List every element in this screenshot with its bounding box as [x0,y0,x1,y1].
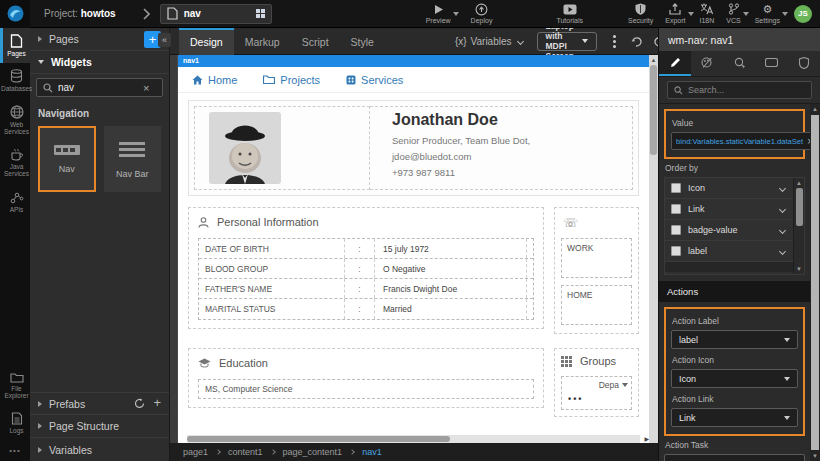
chevron-down-icon[interactable] [779,226,786,233]
page-selector[interactable]: nav [160,4,272,24]
variables-button[interactable]: {x} Variables [455,36,527,47]
pages-section-header[interactable]: Pages + [30,28,169,51]
undo-button[interactable] [630,36,643,47]
breadcrumb-item-current[interactable]: nav1 [362,447,382,457]
prefabs-section-header[interactable]: Prefabs + [30,392,169,415]
scroll-thumb[interactable] [796,188,803,226]
settings-button[interactable]: ⚙ Settings [749,0,786,28]
widgets-section-header[interactable]: Widgets [30,51,169,74]
hscroll-thumb[interactable] [187,436,450,442]
chevron-down-icon[interactable] [779,205,786,212]
clear-search-icon[interactable]: × [143,82,149,94]
order-by-item-link[interactable]: Link [665,199,793,220]
breadcrumb-item[interactable]: content1 [228,447,263,457]
add-prefab-button[interactable]: + [153,398,161,409]
order-by-item-label[interactable]: label [665,241,793,262]
value-binding-field[interactable]: bind:Variables.staticVariable1.dataSet × [671,132,810,150]
groups-section[interactable]: Groups ••• Depa [554,348,639,417]
page-structure-section-header[interactable]: Page Structure [30,415,169,438]
tab-markup[interactable]: Markup [234,28,291,55]
profile-info-cell[interactable]: Jonathan Doe Senior Producer, Team Blue … [370,106,633,190]
sidebar-item-file-explorer[interactable]: File Explorer [0,366,30,406]
rail-more-button[interactable]: ••• [0,440,30,461]
scroll-up-arrow-icon[interactable]: ▲ [812,104,818,114]
checkbox[interactable] [671,225,681,235]
scroll-right-arrow-icon[interactable]: ▶ [644,435,649,443]
widget-tile-nav[interactable]: Nav [38,126,96,192]
more-options-kebab-icon[interactable] [609,35,620,48]
table-row[interactable]: BLOOD GROUP : O Negative [199,259,533,279]
pages-grid-icon[interactable] [256,9,265,18]
action-link-select[interactable]: Link [671,408,798,427]
order-by-item-icon[interactable]: Icon [665,178,793,199]
table-row[interactable]: MARITAL STATUS : Married [199,299,533,319]
properties-search-input[interactable] [688,85,788,95]
tab-security[interactable] [788,51,820,76]
canvas-vertical-scrollbar[interactable]: ▲ [649,55,658,443]
scroll-down-arrow-icon[interactable]: ▼ [796,264,802,274]
widget-search-input[interactable] [58,82,138,93]
groups-content[interactable]: ••• Depa [561,376,632,410]
tab-design[interactable]: Design [179,28,234,55]
tab-style[interactable]: Style [340,28,385,55]
preview-caret-icon[interactable] [453,12,459,16]
tab-device[interactable] [756,51,788,76]
profile-photo-cell[interactable] [194,106,370,190]
nav-item-services[interactable]: Services [346,74,403,86]
tab-properties[interactable] [659,51,691,76]
tab-events[interactable] [723,51,755,76]
checkbox[interactable] [671,183,681,193]
widget-tile-navbar[interactable]: Nav Bar [104,126,162,192]
checkbox[interactable] [671,246,681,256]
education-section[interactable]: Education MS, Computer Science [188,348,544,408]
contact-row-work[interactable]: WORK [561,238,632,278]
sidebar-item-web-services[interactable]: Web Services [0,99,30,142]
sidebar-item-logs[interactable]: Logs [0,406,30,440]
breadcrumb-item[interactable]: page_content1 [283,447,343,457]
properties-panel-scrollbar[interactable]: ▲ ▼ [810,104,820,461]
scroll-thumb[interactable] [811,115,819,450]
order-by-item-badge-value[interactable]: badge-value [665,220,793,241]
contact-section[interactable]: ☏ WORK HOME [554,207,639,334]
scroll-up-arrow-icon[interactable]: ▲ [796,178,802,188]
order-by-scrollbar[interactable]: ▲ ▼ [793,178,804,274]
education-row[interactable]: MS, Computer Science [198,379,534,399]
action-label-select[interactable]: label [671,330,798,349]
selected-widget-tag[interactable]: nav1 [178,55,649,67]
tab-script[interactable]: Script [291,28,340,55]
nav-item-projects[interactable]: Projects [263,74,320,86]
scroll-up-arrow-icon[interactable]: ▲ [651,55,657,63]
i18n-button[interactable]: I18N [694,0,721,28]
contact-row-home[interactable]: HOME [561,285,632,325]
vscroll-thumb[interactable] [650,65,657,155]
table-row[interactable]: FATHER'S NAME : Francis Dwight Doe [199,279,533,299]
chevron-down-icon[interactable] [779,247,786,254]
personal-information-section[interactable]: Personal Information DATE OF BIRTH : 15 … [188,207,544,329]
variables-section-header[interactable]: Variables [30,438,169,461]
chevron-down-icon[interactable] [779,184,786,191]
sidebar-item-pages[interactable]: Pages [0,28,30,63]
sidebar-item-databases[interactable]: Databases [0,63,30,98]
action-icon-select[interactable]: Icon [671,369,798,388]
sidebar-item-apis[interactable]: APIs [0,184,30,219]
user-avatar[interactable]: JS [794,5,812,23]
properties-search-box[interactable] [667,81,812,99]
refresh-icon[interactable] [134,398,145,409]
nav-item-home[interactable]: Home [192,74,237,86]
group-department-dropdown[interactable]: Depa [599,380,628,390]
tab-styles[interactable] [691,51,723,76]
sidebar-item-java-services[interactable]: Java Services [0,142,30,184]
preview-button[interactable]: Preview [420,0,457,28]
deploy-button[interactable]: Deploy [465,0,499,28]
device-selector[interactable]: Laptop with MDPI Screen [537,32,597,51]
tutorials-button[interactable]: Tutorials [550,0,589,28]
settings-caret-icon[interactable] [782,12,788,16]
collapse-left-panel-button[interactable]: « [158,33,171,47]
checkbox[interactable] [671,204,681,214]
breadcrumb-item[interactable]: page1 [183,447,208,457]
profile-card[interactable]: Jonathan Doe Senior Producer, Team Blue … [188,100,639,196]
canvas-horizontal-scrollbar[interactable]: ▶ [187,435,640,443]
scroll-down-arrow-icon[interactable]: ▼ [812,451,818,461]
table-row[interactable]: DATE OF BIRTH : 15 july 1972 [199,239,533,259]
security-button[interactable]: Security [622,0,659,28]
